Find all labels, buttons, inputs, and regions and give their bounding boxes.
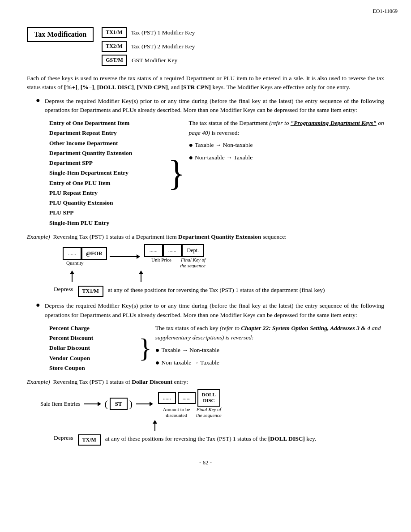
depress2-line: Depress TX/M at any of these positions f… bbox=[54, 434, 384, 446]
key-row: GST/MGST Modifier Key bbox=[102, 55, 195, 66]
intro-text: Each of these keys is used to reverse th… bbox=[27, 74, 384, 92]
entry-list2: Percent ChargePercent DiscountDollar Dis… bbox=[49, 323, 139, 373]
bullet1-text: Depress the required Modifier Key(s) pri… bbox=[45, 97, 384, 115]
key-label: GST Modifier Key bbox=[132, 57, 178, 64]
tax-modification-box: Tax Modification bbox=[27, 27, 94, 42]
list-item: Department Repeat Entry bbox=[49, 128, 168, 138]
key-rows: TX1/MTax (PST) 1 Modifier KeyTX2/MTax (P… bbox=[102, 27, 195, 66]
example2-line: Example) Reversing Tax (PST) 1 status of… bbox=[27, 378, 384, 386]
doc-number: EO1-11069 bbox=[372, 8, 398, 15]
example1-line: Example) Reversing Tax (PST) 1 status of… bbox=[27, 233, 384, 240]
list-item: Vendor Coupon bbox=[49, 353, 139, 363]
header-section: Tax Modification TX1/MTax (PST) 1 Modifi… bbox=[27, 27, 384, 66]
list-item: Dollar Discount bbox=[49, 343, 139, 353]
list-item: Single-Item PLU Entry bbox=[49, 218, 168, 228]
list-item: Department SPP bbox=[49, 158, 168, 168]
bullet1-dot: ● bbox=[36, 96, 40, 104]
diagram2: Sale Item Entries ( ST ) ...... ...... D… bbox=[40, 389, 384, 431]
right-tax-box: The tax status of the Department (refer … bbox=[188, 118, 384, 228]
bullet2-dot: ● bbox=[36, 301, 40, 309]
key-label: Tax (PST) 2 Modifier Key bbox=[131, 43, 195, 50]
key-row: TX2/MTax (PST) 2 Modifier Key bbox=[102, 41, 195, 52]
key-label: Tax (PST) 1 Modifier Key bbox=[131, 29, 195, 36]
key-row: TX1/MTax (PST) 1 Modifier Key bbox=[102, 27, 195, 38]
list-item: PLU SPP bbox=[49, 208, 168, 218]
key-box: TX2/M bbox=[102, 41, 126, 52]
list-item: Department Quantity Extension bbox=[49, 148, 168, 158]
list-item: Single-Item Department Entry bbox=[49, 168, 168, 178]
bullet2-text: Depress the required Modifier Key(s) pri… bbox=[45, 301, 384, 320]
list-item: Percent Discount bbox=[49, 333, 139, 343]
list-item: Entry of One Department Item bbox=[49, 118, 168, 128]
depress1-line: Depress TX1/M at any of these positions … bbox=[54, 286, 384, 297]
entry-list: Entry of One Department ItemDepartment R… bbox=[49, 118, 168, 228]
list-item: PLU Repeat Entry bbox=[49, 188, 168, 198]
right-tax-box2: The tax status of each key (refer to Cha… bbox=[155, 323, 384, 373]
list-item: Percent Charge bbox=[49, 323, 139, 333]
list-item: Other Income Department bbox=[49, 138, 168, 148]
diagram1: ...... @FOR Quantity bbox=[63, 244, 384, 282]
list-item: Store Coupon bbox=[49, 363, 139, 373]
list-item: PLU Quantity Extension bbox=[49, 198, 168, 208]
page-number: - 62 - bbox=[27, 459, 384, 466]
key-box: TX1/M bbox=[102, 27, 126, 38]
key-box: GST/M bbox=[102, 55, 127, 66]
list-item: Entry of One PLU Item bbox=[49, 178, 168, 188]
